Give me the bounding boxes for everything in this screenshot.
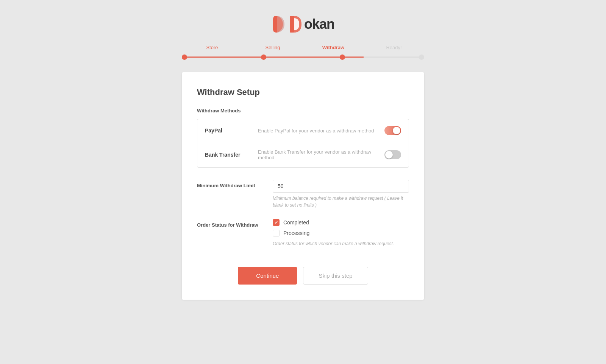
min-withdraw-field: Minimum balance required to make a withd… [273, 180, 409, 208]
paypal-method-row: PayPal Enable PayPal for your vendor as … [197, 119, 409, 142]
paypal-description: Enable PayPal for your vendor as a withd… [258, 128, 384, 134]
order-status-hint: Order status for which vendor can make a… [273, 240, 409, 247]
min-withdraw-row: Minimum Withdraw Limit Minimum balance r… [197, 180, 409, 208]
paypal-toggle-knob [393, 127, 400, 134]
bank-transfer-method-row: Bank Transfer Enable Bank Transfer for y… [197, 142, 409, 167]
step-label-store: Store [182, 45, 242, 50]
methods-table: PayPal Enable PayPal for your vendor as … [197, 119, 409, 168]
checkbox-group: Completed Processing [273, 219, 409, 236]
step-label-selling: Selling [242, 45, 303, 50]
step-labels: Store Selling Withdraw Ready! [182, 45, 424, 50]
min-withdraw-input[interactable] [273, 180, 409, 193]
bank-transfer-label: Bank Transfer [205, 152, 258, 158]
processing-checkbox-item[interactable]: Processing [273, 230, 409, 236]
order-status-label: Order Status for Withdraw [197, 219, 273, 228]
min-withdraw-label: Minimum Withdraw Limit [197, 180, 273, 188]
completed-checkbox-label: Completed [283, 219, 309, 226]
step-dot-withdraw [340, 54, 345, 60]
step-dot-selling [261, 54, 266, 60]
logo: okan [272, 15, 334, 33]
bank-transfer-description: Enable Bank Transfer for your vendor as … [258, 149, 384, 160]
buttons-row: Continue Skip this step [197, 261, 409, 285]
paypal-toggle[interactable] [384, 126, 401, 135]
dokan-d-icon [288, 15, 303, 33]
skip-button[interactable]: Skip this step [303, 267, 368, 285]
bank-transfer-toggle[interactable] [384, 150, 401, 159]
processing-checkbox[interactable] [273, 230, 280, 236]
dokan-logo-icon [272, 15, 287, 33]
paypal-label: PayPal [205, 128, 258, 134]
main-card: Withdraw Setup Withdraw Methods PayPal E… [182, 72, 424, 300]
order-status-field: Completed Processing Order status for wh… [273, 219, 409, 247]
steps-track [182, 53, 424, 61]
step-dot-ready [419, 54, 424, 60]
withdraw-methods-label: Withdraw Methods [197, 108, 409, 114]
logo-text: okan [304, 16, 334, 32]
bank-transfer-toggle-knob [385, 151, 393, 159]
completed-checkbox[interactable] [273, 219, 280, 226]
min-withdraw-hint: Minimum balance required to make a withd… [273, 195, 409, 208]
steps-dots [182, 53, 424, 61]
progress-bar: Store Selling Withdraw Ready! [182, 45, 424, 61]
step-label-ready: Ready! [364, 45, 424, 50]
card-title: Withdraw Setup [197, 87, 409, 97]
continue-button[interactable]: Continue [238, 267, 297, 285]
step-label-withdraw: Withdraw [303, 45, 364, 50]
svg-rect-2 [290, 16, 294, 33]
order-status-row: Order Status for Withdraw Completed Proc… [197, 219, 409, 247]
processing-checkbox-label: Processing [283, 230, 309, 236]
completed-checkbox-item[interactable]: Completed [273, 219, 409, 226]
step-dot-store [182, 54, 187, 60]
